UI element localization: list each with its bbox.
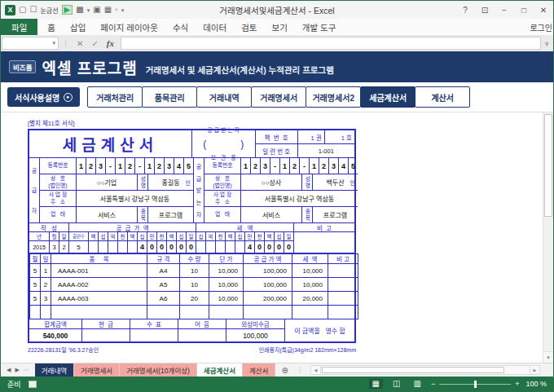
- preview-window-icon[interactable]: ▢: [19, 6, 26, 14]
- sheet-tab-0[interactable]: 거래내역: [35, 363, 74, 377]
- item-cell[interactable]: A4: [147, 264, 180, 278]
- supplier-block-company-value[interactable]: ○○기업: [76, 174, 137, 190]
- item-cell[interactable]: [51, 306, 147, 319]
- close-icon[interactable]: ✕: [534, 2, 553, 18]
- buyer-block-reg-digit[interactable]: -: [270, 158, 279, 174]
- ribbon-tab-3[interactable]: 페이지 레이아웃: [93, 19, 165, 35]
- supplier-block-name-cell[interactable]: 홍길동인: [147, 174, 193, 190]
- form-usage-guide-button[interactable]: 서식사용설명 ▸: [7, 87, 80, 107]
- item-cell[interactable]: 3: [41, 292, 51, 306]
- login-button[interactable]: 로그인: [530, 19, 552, 35]
- ribbon-tab-2[interactable]: 삽입: [63, 19, 93, 35]
- item-cell[interactable]: 5: [30, 278, 41, 292]
- picture-dropdown-icon[interactable]: ▾: [87, 7, 90, 13]
- supply-digit[interactable]: [98, 241, 108, 253]
- book-volume-value[interactable]: 1 권: [298, 130, 325, 143]
- tax-digit[interactable]: [205, 241, 215, 253]
- supply-digit[interactable]: [117, 241, 127, 253]
- supplier-block-reg-digit[interactable]: -: [134, 158, 144, 174]
- maximize-icon[interactable]: □: [514, 2, 534, 18]
- horizontal-scrollbar-track[interactable]: [321, 365, 530, 375]
- ribbon-tab-1[interactable]: 홈: [40, 19, 63, 35]
- scroll-down-icon[interactable]: ▼: [543, 351, 553, 363]
- totals-value[interactable]: [81, 329, 130, 341]
- supply-digit[interactable]: 4: [137, 241, 147, 253]
- gridlines-checkbox-icon[interactable]: ☐: [29, 6, 37, 14]
- horizontal-scrollbar-thumb[interactable]: [322, 367, 504, 373]
- zoom-in-icon[interactable]: +: [515, 380, 519, 388]
- sheet-tab-3[interactable]: 세금계산서: [197, 363, 243, 377]
- supplier-block-reg-digit[interactable]: 1: [76, 158, 86, 174]
- item-cell[interactable]: [328, 264, 358, 278]
- zoom-slider-thumb[interactable]: [474, 381, 477, 388]
- vertical-scrollbar[interactable]: ▼: [543, 112, 553, 363]
- buyer-block-reg-digit[interactable]: 3: [260, 158, 270, 174]
- buyer-block-reg-digit[interactable]: 4: [338, 158, 348, 174]
- tax-digit[interactable]: 0: [274, 241, 284, 253]
- item-cell[interactable]: 10,000: [209, 278, 244, 292]
- insert-function-icon[interactable]: fx: [103, 38, 118, 48]
- buyer-block-reg-digit[interactable]: 3: [328, 158, 338, 174]
- normal-view-icon[interactable]: ▦: [369, 379, 383, 389]
- buyer-block-reg-digit[interactable]: 1: [309, 158, 319, 174]
- sheet-tab-1[interactable]: 거래명세서: [74, 363, 120, 377]
- tax-digit[interactable]: [215, 241, 225, 253]
- enter-icon[interactable]: ✓: [87, 39, 102, 48]
- macro-record-icon[interactable]: [29, 381, 37, 388]
- supplier-block-reg-digit[interactable]: -: [105, 158, 115, 174]
- item-cell[interactable]: AAAA-003: [51, 292, 147, 306]
- qat-customize-icon[interactable]: ▾: [121, 7, 125, 13]
- item-cell[interactable]: 5: [30, 292, 41, 306]
- item-cell[interactable]: [328, 306, 358, 319]
- buyer-block-address-value[interactable]: 서울특별시 강남구 역삼동: [240, 191, 358, 206]
- nav-tab-6[interactable]: 계산서: [415, 86, 470, 108]
- selection-range-icon[interactable]: ▫: [115, 6, 118, 14]
- totals-value[interactable]: [130, 329, 178, 341]
- zoom-slider-track[interactable]: [439, 384, 511, 385]
- supplier-block-reg-digit[interactable]: 2: [125, 158, 134, 174]
- book-number-value[interactable]: 1 호: [325, 130, 354, 143]
- excel-logo-icon[interactable]: X: [5, 5, 15, 15]
- item-cell[interactable]: 10,000: [292, 264, 328, 278]
- nav-tab-2[interactable]: 거래내역: [196, 86, 252, 108]
- scroll-left-icon[interactable]: ◀: [310, 365, 321, 375]
- issue-note-empty[interactable]: [293, 232, 354, 253]
- tax-digit[interactable]: [196, 241, 205, 253]
- zoom-slider[interactable]: − +: [431, 380, 520, 388]
- item-cell[interactable]: [328, 292, 358, 306]
- day-value[interactable]: 2: [59, 241, 68, 253]
- ribbon-tab-5[interactable]: 데이터: [196, 19, 234, 35]
- help-icon[interactable]: ?: [455, 2, 475, 18]
- item-cell[interactable]: 1: [41, 264, 51, 278]
- tax-digit[interactable]: [235, 241, 244, 253]
- nav-tab-1[interactable]: 품목관리: [142, 86, 197, 108]
- item-cell[interactable]: [30, 306, 41, 319]
- buyer-block-reg-digit[interactable]: 1: [240, 158, 250, 174]
- item-cell[interactable]: 100,000: [244, 278, 292, 292]
- buyer-block-company-value[interactable]: ○○상사: [240, 174, 301, 190]
- item-cell[interactable]: 10: [180, 278, 209, 292]
- cancel-icon[interactable]: ✕: [73, 39, 87, 48]
- totals-value[interactable]: [178, 329, 226, 341]
- sheet-prev-icon[interactable]: ◀: [7, 367, 11, 373]
- month-value[interactable]: 3: [49, 241, 59, 253]
- buyer-block-reg-digit[interactable]: 2: [319, 158, 328, 174]
- totals-value[interactable]: 540,000: [29, 329, 81, 341]
- item-cell[interactable]: A6: [147, 292, 180, 306]
- ribbon-tab-6[interactable]: 검토: [234, 19, 264, 35]
- supply-digit[interactable]: 0: [166, 241, 176, 253]
- item-cell[interactable]: 200,000: [244, 292, 292, 306]
- buyer-block-biztype-value[interactable]: 서비스: [240, 207, 301, 222]
- supply-digit[interactable]: 0: [186, 241, 196, 253]
- sheet-next-icon[interactable]: ▶: [15, 367, 19, 373]
- formula-input[interactable]: [121, 37, 541, 50]
- ribbon-tab-7[interactable]: 보기: [265, 19, 295, 35]
- nav-tab-4[interactable]: 거래명세서2: [306, 86, 361, 108]
- item-cell[interactable]: 10,000: [209, 264, 244, 278]
- supply-digit[interactable]: [88, 241, 98, 253]
- supplier-block-reg-digit[interactable]: 2: [154, 158, 164, 174]
- supplier-block-reg-digit[interactable]: 2: [86, 158, 95, 174]
- totals-value[interactable]: 100,000: [226, 329, 284, 341]
- supply-digit[interactable]: 0: [156, 241, 166, 253]
- item-cell[interactable]: [328, 278, 358, 292]
